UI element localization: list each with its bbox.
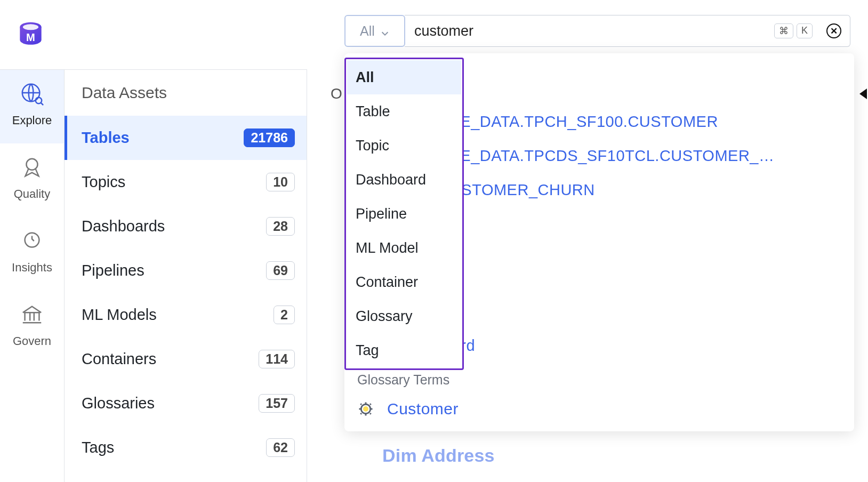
result-title-dim-address[interactable]: Dim Address bbox=[382, 445, 495, 466]
chevron-down-icon bbox=[380, 26, 390, 36]
svg-point-1 bbox=[23, 24, 38, 30]
sidebar-item-tables[interactable]: Tables 21786 bbox=[65, 116, 307, 160]
search-input[interactable]: customer ⌘ K ✕ bbox=[405, 15, 850, 47]
rail-label: Explore bbox=[12, 114, 52, 127]
rail-govern[interactable]: Govern bbox=[0, 291, 64, 364]
search-bar: All customer ⌘ K ✕ bbox=[344, 15, 850, 47]
asset-count-badge: 114 bbox=[259, 350, 295, 368]
bank-icon bbox=[20, 302, 44, 327]
rail-label: Quality bbox=[14, 187, 50, 201]
search-filter-label: All bbox=[360, 23, 375, 39]
gear-bulb-icon bbox=[357, 401, 374, 417]
dropdown-item-pipeline[interactable]: Pipeline bbox=[347, 197, 461, 231]
dropdown-item-mlmodel[interactable]: ML Model bbox=[347, 231, 461, 265]
app-logo: M bbox=[16, 20, 45, 50]
asset-label: Glossaries bbox=[82, 395, 155, 412]
sidebar-item-pipelines[interactable]: Pipelines 69 bbox=[65, 248, 307, 293]
search-filter-select[interactable]: All bbox=[344, 15, 405, 47]
asset-label: Pipelines bbox=[82, 262, 144, 279]
sidebar-item-dashboards[interactable]: Dashboards 28 bbox=[65, 204, 307, 248]
asset-label: ML Models bbox=[82, 306, 157, 324]
search-input-value: customer bbox=[414, 23, 473, 39]
sidebar-item-glossaries[interactable]: Glossaries 157 bbox=[65, 381, 307, 425]
dropdown-item-container[interactable]: Container bbox=[347, 265, 461, 299]
dropdown-item-tag[interactable]: Tag bbox=[347, 333, 461, 367]
asset-count-badge: 28 bbox=[266, 217, 295, 236]
sidebar-item-containers[interactable]: Containers 114 bbox=[65, 337, 307, 381]
sidebar-item-topics[interactable]: Topics 10 bbox=[65, 160, 307, 204]
dropdown-item-all[interactable]: All bbox=[347, 60, 461, 94]
rail-insights[interactable]: Insights bbox=[0, 217, 64, 291]
asset-label: Dashboards bbox=[82, 218, 165, 235]
rail-explore[interactable]: Explore bbox=[0, 70, 64, 143]
asset-count-badge: 69 bbox=[266, 261, 295, 280]
rail-label: Govern bbox=[13, 334, 51, 348]
sidebar-item-tags[interactable]: Tags 62 bbox=[65, 425, 307, 470]
sidebar-item-mlmodels[interactable]: ML Models 2 bbox=[65, 293, 307, 337]
svg-point-4 bbox=[36, 98, 42, 104]
svg-point-5 bbox=[26, 159, 37, 170]
dropdown-item-table[interactable]: Table bbox=[347, 94, 461, 128]
kbd-k: K bbox=[797, 23, 813, 38]
rail-quality[interactable]: Quality bbox=[0, 143, 64, 217]
suggestion-row[interactable]: Customer bbox=[344, 392, 854, 426]
collapse-triangle-icon[interactable] bbox=[859, 89, 867, 99]
overview-text-partial: O bbox=[331, 85, 342, 102]
dropdown-item-topic[interactable]: Topic bbox=[347, 128, 461, 163]
asset-count-badge: 21786 bbox=[244, 128, 295, 147]
kbd-cmd: ⌘ bbox=[774, 23, 793, 38]
asset-count-badge: 10 bbox=[266, 173, 295, 191]
rail-label: Insights bbox=[12, 261, 52, 275]
asset-label: Topics bbox=[82, 173, 125, 191]
bulb-icon bbox=[20, 229, 44, 253]
asset-count-badge: 157 bbox=[259, 394, 295, 413]
asset-count-badge: 62 bbox=[266, 438, 295, 457]
svg-point-13 bbox=[363, 406, 368, 412]
sidebar-title: Data Assets bbox=[65, 70, 307, 116]
svg-point-6 bbox=[25, 233, 39, 247]
asset-count-badge: 2 bbox=[274, 306, 295, 324]
asset-label: Tables bbox=[82, 129, 130, 147]
sidebar: Data Assets Tables 21786 Topics 10 Dashb… bbox=[64, 69, 307, 482]
dropdown-item-glossary[interactable]: Glossary bbox=[347, 299, 461, 333]
nav-rail: Explore Quality Insights Govern bbox=[0, 69, 64, 364]
globe-search-icon bbox=[20, 82, 44, 106]
clear-search-button[interactable]: ✕ bbox=[826, 23, 841, 38]
search-shortcut: ⌘ K bbox=[774, 23, 813, 38]
asset-label: Containers bbox=[82, 350, 156, 368]
svg-text:M: M bbox=[26, 31, 35, 43]
dropdown-item-dashboard[interactable]: Dashboard bbox=[347, 163, 461, 197]
suggestion-text: Customer bbox=[387, 400, 459, 418]
entity-filter-dropdown: All Table Topic Dashboard Pipeline ML Mo… bbox=[344, 58, 464, 370]
asset-label: Tags bbox=[82, 439, 114, 456]
award-icon bbox=[20, 155, 44, 180]
